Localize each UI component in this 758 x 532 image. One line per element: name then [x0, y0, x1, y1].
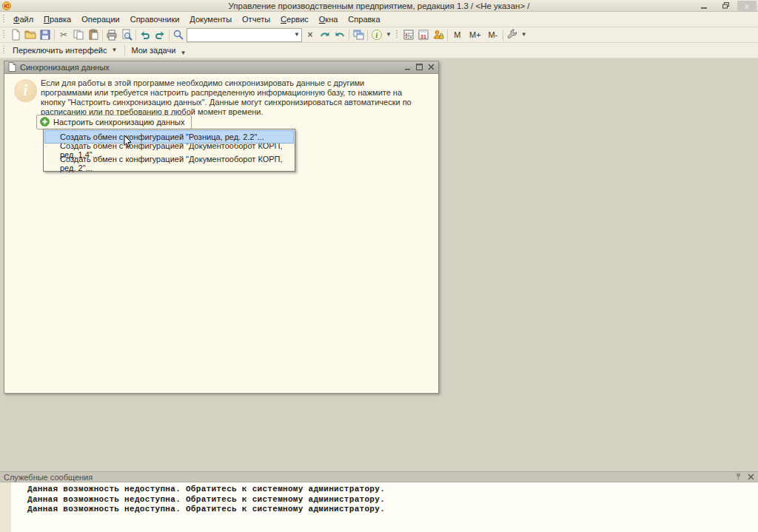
message-line[interactable]: Данная возможность недоступна. Обратитес…: [0, 495, 758, 505]
memory-buttons: MM+M-: [449, 28, 501, 42]
menu-item[interactable]: Операции: [76, 13, 124, 25]
toolbar-grip-icon[interactable]: [1, 14, 6, 24]
calendar-icon[interactable]: 31: [416, 28, 431, 42]
undo-icon[interactable]: [138, 28, 152, 42]
workspace: Синхронизация данных i Если для работы в…: [0, 58, 758, 471]
dialog-close-icon[interactable]: [428, 63, 435, 72]
message-line[interactable]: Данная возможность недоступна. Обратитес…: [0, 505, 758, 515]
info-icon: i: [14, 79, 37, 102]
service-wrench-icon[interactable]: [505, 28, 520, 42]
about-info-icon[interactable]: i: [369, 28, 384, 42]
message-line[interactable]: Данная возможность недоступна. Обратитес…: [0, 485, 758, 495]
toolbar-separator: [124, 45, 125, 56]
switch-interface-button[interactable]: Переключить интерфейс ▼: [8, 43, 123, 58]
toolbar-separator: [503, 30, 503, 41]
menu-item[interactable]: Окна: [314, 13, 343, 25]
memory-button[interactable]: M-: [485, 28, 501, 42]
search-box: ▼: [187, 28, 302, 42]
menu-items: ФайлПравкаОперацииСправочникиДокументыОт…: [8, 13, 386, 25]
chevron-down-icon[interactable]: ▼: [520, 32, 529, 38]
service-messages-header-icons: [736, 473, 754, 482]
pin-icon[interactable]: [736, 473, 741, 482]
chevron-down-icon: ▼: [178, 50, 187, 56]
calculator-icon[interactable]: [401, 28, 416, 42]
svg-text:i: i: [376, 31, 378, 39]
clear-search-icon[interactable]: ×: [303, 28, 318, 42]
context-menu-item-label: Создать обмен с конфигурацией "Розница, …: [60, 132, 264, 141]
sync-dialog-controls: [405, 63, 435, 72]
toolbar-separator: [349, 30, 349, 41]
toolbar-grip-icon[interactable]: [1, 30, 6, 40]
cut-icon[interactable]: ✂: [56, 28, 71, 42]
redo-icon[interactable]: [152, 28, 167, 42]
save-icon[interactable]: [38, 28, 53, 42]
toolbar-separator: [54, 30, 55, 41]
memory-button[interactable]: M+: [467, 28, 483, 42]
main-toolbar: ✂ ▼ × i ▼ 31 MM+M- ▼: [0, 27, 758, 43]
toolbar-separator: [102, 30, 103, 41]
toolbar-separator: [447, 30, 448, 41]
user-permissions-icon[interactable]: [431, 28, 446, 42]
setup-sync-button[interactable]: Настроить синхронизацию данных: [36, 115, 192, 129]
panel-close-icon[interactable]: [748, 473, 754, 482]
dialog-maximize-icon[interactable]: [416, 63, 423, 72]
restore-icon[interactable]: [716, 1, 735, 11]
chevron-down-icon[interactable]: ▼: [292, 32, 301, 38]
find-icon[interactable]: [171, 28, 186, 42]
print-preview-icon[interactable]: [119, 28, 134, 42]
chevron-down-icon: ▼: [110, 47, 119, 53]
chevron-down-icon[interactable]: ▼: [384, 32, 393, 38]
menu-item[interactable]: Правка: [38, 13, 76, 25]
copy-windows-icon[interactable]: [351, 28, 366, 42]
close-icon[interactable]: x: [737, 1, 757, 11]
menu-item[interactable]: Файл: [8, 13, 38, 25]
sync-dialog: Синхронизация данных i Если для работы в…: [4, 61, 439, 394]
sync-context-menu: Создать обмен с конфигурацией "Розница, …: [43, 129, 295, 172]
toolbar-grip-icon[interactable]: [395, 30, 399, 40]
service-messages-title: Служебные сообщения: [4, 473, 93, 482]
memory-button[interactable]: M: [449, 28, 466, 42]
toolbar-grip-icon[interactable]: [1, 45, 6, 55]
svg-text:31: 31: [420, 34, 426, 39]
1c-logo-icon: [2, 1, 11, 10]
setup-sync-button-label: Настроить синхронизацию данных: [53, 118, 184, 127]
context-menu-item-label: Создать обмен с конфигурацией "Документо…: [60, 155, 294, 172]
service-messages-body: Данная возможность недоступна. Обратитес…: [0, 482, 758, 532]
context-menu-item[interactable]: Создать обмен с конфигурацией "Документо…: [44, 157, 294, 170]
menu-item[interactable]: Документы: [184, 13, 237, 25]
menu-bar: ФайлПравкаОперацииСправочникиДокументыОт…: [0, 12, 758, 27]
open-icon[interactable]: [23, 28, 38, 42]
dialog-minimize-icon[interactable]: [405, 63, 411, 72]
interface-bar: Переключить интерфейс ▼ Мои задачи ▼: [0, 43, 758, 58]
my-tasks-button[interactable]: Мои задачи ▼: [127, 43, 192, 58]
my-tasks-label: Мои задачи: [131, 46, 175, 55]
service-messages-header[interactable]: Служебные сообщения: [0, 471, 758, 482]
minimize-icon[interactable]: [694, 1, 714, 11]
window-title: Управление производственным предприятием…: [0, 1, 758, 10]
paste-icon[interactable]: [86, 28, 101, 42]
find-next-icon[interactable]: [318, 28, 332, 42]
sync-dialog-title: Синхронизация данных: [20, 63, 110, 72]
new-document-icon[interactable]: [8, 28, 23, 42]
window-controls: x: [694, 1, 758, 11]
print-icon[interactable]: [104, 28, 119, 42]
sync-dialog-titlebar[interactable]: Синхронизация данных: [4, 61, 438, 74]
menu-item[interactable]: Справочники: [125, 13, 185, 25]
search-input[interactable]: [187, 30, 292, 41]
messages-list: Данная возможность недоступна. Обратитес…: [0, 482, 758, 515]
sync-dialog-text: Если для работы в этой программе необход…: [41, 78, 417, 117]
switch-interface-label: Переключить интерфейс: [13, 46, 107, 55]
toolbar-separator: [367, 30, 368, 41]
menu-item[interactable]: Отчеты: [237, 13, 275, 25]
toolbar-separator: [169, 30, 170, 41]
copy-icon[interactable]: [71, 28, 86, 42]
service-messages-panel: Служебные сообщения Данная возможность н…: [0, 471, 758, 532]
find-previous-icon[interactable]: [332, 28, 347, 42]
toolbar-separator: [135, 30, 136, 41]
messages-margin-stripe: [0, 482, 11, 532]
menu-item[interactable]: Справка: [343, 13, 385, 25]
add-plus-icon: [40, 117, 50, 128]
menu-item[interactable]: Сервис: [275, 13, 314, 25]
mouse-cursor-icon: [124, 135, 133, 149]
main-titlebar: Управление производственным предприятием…: [0, 0, 758, 12]
